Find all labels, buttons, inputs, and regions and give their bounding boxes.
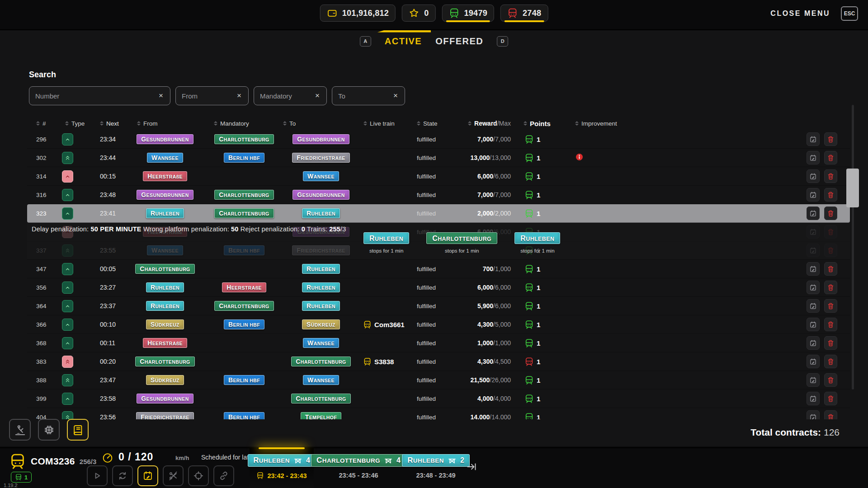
- contract-row[interactable]: 296 23:34 GESUNDBRUNNEN CHARLOTTENBURG G…: [27, 130, 850, 149]
- scrollbar-thumb[interactable]: [846, 169, 859, 207]
- play-button[interactable]: [87, 465, 108, 486]
- station-badge: SÜDKREUZ: [302, 319, 340, 329]
- contract-row[interactable]: 383 00:20 CHARLOTTENBURG CHARLOTTENBURG …: [27, 352, 850, 371]
- contract-row[interactable]: 314 00:15 HEERSTRAßE WANNSEE fulfilled 6…: [27, 167, 850, 186]
- column-header[interactable]: Mandatory: [208, 120, 280, 127]
- calendar-edit-button[interactable]: [137, 465, 158, 486]
- green-train-icon: [15, 474, 22, 481]
- crosshair-button[interactable]: [188, 465, 209, 486]
- delete-contract-button[interactable]: [824, 225, 837, 239]
- contract-row[interactable]: 404 23:56 FRIEDRICHSTRAßE BERLIN HBF TEM…: [27, 408, 850, 419]
- loop-button[interactable]: [112, 465, 133, 486]
- column-header[interactable]: Next: [84, 120, 122, 127]
- contracts-book-button[interactable]: [67, 419, 89, 441]
- schedule-contract-button[interactable]: [807, 373, 820, 387]
- schedule-contract-button[interactable]: [807, 188, 820, 202]
- route-stop: CHARLOTTENBURG stops for 1 min: [426, 232, 497, 253]
- schedule-stop[interactable]: RUHLEBEN 2 23:48 - 23:49: [401, 448, 471, 488]
- schedule-contract-button[interactable]: [807, 132, 820, 146]
- schedule-contract-button[interactable]: [807, 299, 820, 313]
- schedule-contract-button[interactable]: [807, 410, 820, 419]
- wallet-icon: [327, 8, 338, 19]
- delete-contract-button[interactable]: [824, 244, 837, 257]
- column-header[interactable]: Reward/Max: [466, 120, 511, 127]
- schedule-contract-button[interactable]: [807, 281, 820, 294]
- delete-contract-button[interactable]: [824, 281, 837, 294]
- contract-row[interactable]: 388 23:47 SÜDKREUZ BERLIN HBF WANNSEE fu…: [27, 371, 850, 389]
- delete-contract-button[interactable]: [824, 169, 837, 183]
- station-badge: CHARLOTTENBURG: [214, 190, 274, 200]
- column-header[interactable]: Type: [51, 120, 84, 127]
- delete-contract-button[interactable]: [824, 355, 837, 368]
- delete-contract-button[interactable]: [824, 299, 837, 313]
- points-train-icon: [524, 172, 534, 181]
- mandatory-station: BERLIN HBF: [208, 319, 280, 329]
- clear-icon[interactable]: ×: [234, 91, 244, 101]
- contract-row[interactable]: 302 23:44 WANNSEE BERLIN HBF FRIEDRICHST…: [27, 149, 850, 167]
- schedule-contract-button[interactable]: [807, 262, 820, 276]
- platform-number: 4: [306, 456, 310, 465]
- delete-contract-button[interactable]: [824, 318, 837, 331]
- schedule-contract-button[interactable]: [807, 336, 820, 350]
- column-header[interactable]: To: [280, 120, 362, 127]
- schedule-contract-button[interactable]: [807, 169, 820, 183]
- contract-row[interactable]: 323 23:41 RUHLEBEN CHARLOTTENBURG RUHLEB…: [27, 204, 850, 223]
- schedule-contract-button[interactable]: [807, 318, 820, 331]
- column-header[interactable]: State: [416, 120, 466, 127]
- close-menu-button[interactable]: CLOSE MENU: [770, 9, 830, 18]
- contract-row[interactable]: 366 00:10 SÜDKREUZ BERLIN HBF SÜDKREUZ C…: [27, 315, 850, 334]
- delete-contract-button[interactable]: [824, 132, 837, 146]
- points-train-icon: [524, 394, 534, 404]
- delete-contract-button[interactable]: [824, 336, 837, 350]
- scrollbar-track[interactable]: [852, 105, 854, 389]
- schedule-contract-button[interactable]: [807, 244, 820, 257]
- contract-row[interactable]: 356 23:27 RUHLEBEN HEERSTRAßE RUHLEBEN f…: [27, 278, 850, 297]
- schedule-contract-button[interactable]: [807, 392, 820, 405]
- skip-to-end-icon[interactable]: [466, 461, 477, 473]
- delete-contract-button[interactable]: [824, 373, 837, 387]
- delete-contract-button[interactable]: [824, 151, 837, 164]
- number-filter-input[interactable]: [29, 87, 170, 105]
- schedule-contract-button[interactable]: [807, 151, 820, 164]
- to-filter-input[interactable]: [332, 87, 442, 105]
- schedule-contract-button[interactable]: [807, 206, 820, 220]
- clear-icon[interactable]: ×: [156, 91, 166, 101]
- delete-contract-button[interactable]: [824, 410, 837, 419]
- contract-row[interactable]: 347 00:05 CHARLOTTENBURG RUHLEBEN fulfil…: [27, 260, 850, 278]
- column-header[interactable]: Improvement: [542, 120, 597, 127]
- clear-icon[interactable]: ×: [391, 91, 401, 101]
- contract-row[interactable]: 368 00:11 HEERSTRAßE WANNSEE fulfilled 1…: [27, 334, 850, 352]
- red-trains-counter[interactable]: 2748: [500, 5, 548, 22]
- selected-train[interactable]: COM3236 256/3: [9, 453, 96, 470]
- link-button[interactable]: [213, 465, 234, 486]
- schedule-contract-button[interactable]: [807, 225, 820, 239]
- contract-row[interactable]: 316 23:48 GESUNDBRUNNEN CHARLOTTENBURG G…: [27, 186, 850, 204]
- cut-disabled-button[interactable]: [163, 465, 184, 486]
- column-header[interactable]: From: [122, 120, 208, 127]
- column-header[interactable]: Live train: [362, 120, 416, 127]
- improvement-info-icon[interactable]: [575, 153, 584, 161]
- schedule-stop[interactable]: CHARLOTTENBURG 4 23:45 - 23:46: [316, 448, 401, 488]
- tab-offered[interactable]: OFFERED: [435, 36, 483, 47]
- chip-button[interactable]: [38, 419, 60, 441]
- delete-contract-button[interactable]: [824, 262, 837, 276]
- contract-reward: 13,000/13,000: [466, 154, 511, 161]
- schedule-stop[interactable]: RUHLEBEN 4 23:42 - 23:43: [250, 448, 314, 488]
- tab-active[interactable]: ACTIVE: [385, 36, 422, 47]
- column-header[interactable]: Points: [511, 120, 542, 127]
- esc-key-badge[interactable]: ESC: [841, 6, 858, 21]
- delete-contract-button[interactable]: [824, 206, 837, 220]
- column-header[interactable]: #: [27, 120, 51, 127]
- roadworks-button[interactable]: [9, 419, 31, 441]
- contract-row[interactable]: 399 23:58 GESUNDBRUNNEN CHARLOTTENBURG f…: [27, 389, 850, 408]
- delete-contract-button[interactable]: [824, 392, 837, 405]
- station-badge: RUHLEBEN: [146, 301, 184, 311]
- contract-row[interactable]: 364 23:37 RUHLEBEN CHARLOTTENBURG RUHLEB…: [27, 297, 850, 315]
- stop-station-badge: RUHLEBEN 4: [248, 454, 316, 467]
- clear-icon[interactable]: ×: [312, 91, 322, 101]
- schedule-contract-button[interactable]: [807, 355, 820, 368]
- total-contracts-value: 126: [824, 427, 840, 437]
- green-trains-counter[interactable]: 19479: [442, 5, 494, 22]
- sort-icon: [575, 121, 579, 126]
- delete-contract-button[interactable]: [824, 188, 837, 202]
